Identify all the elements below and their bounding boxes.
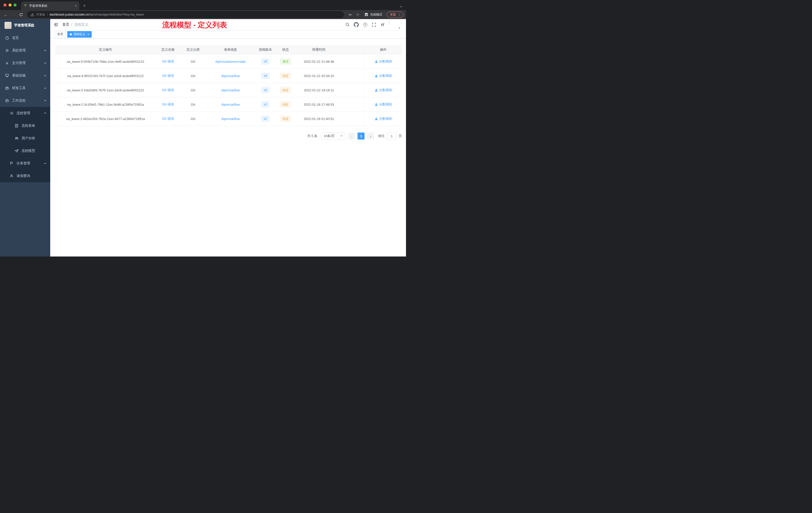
yen-icon: ¥ xyxy=(5,61,9,65)
reload-button[interactable] xyxy=(18,11,24,18)
gear-icon xyxy=(5,49,9,53)
page-number-1[interactable]: 1 xyxy=(357,132,365,140)
tab-search-icon[interactable] xyxy=(400,5,403,8)
user-avatar[interactable]: ▾ xyxy=(389,20,400,29)
browser-menu-icon[interactable]: ⋮ xyxy=(398,13,401,17)
fullscreen-icon[interactable] xyxy=(371,22,376,27)
toolbox-icon xyxy=(5,86,9,90)
sidebar-item-devtools[interactable]: 研发工具 xyxy=(0,82,50,94)
update-button[interactable]: 更新 ⋮ xyxy=(387,11,404,18)
sidebar-item-process-form[interactable]: 流程表单 xyxy=(0,119,50,132)
definition-name-link[interactable]: OA 请假 xyxy=(162,73,174,78)
forward-button[interactable]: → xyxy=(10,11,17,18)
sidebar-item-process-management[interactable]: 流程管理 xyxy=(0,107,50,119)
prev-page-button[interactable]: ‹ xyxy=(348,132,355,140)
dashboard-icon xyxy=(5,36,9,40)
definition-name-link[interactable]: OA 请假 xyxy=(162,59,174,64)
page-size-select[interactable]: 10条/页 xyxy=(321,132,346,140)
form-link[interactable]: /bpm/oa/flow xyxy=(221,88,240,92)
traffic-light-close[interactable] xyxy=(3,3,6,6)
sidebar-item-leave-query[interactable]: 请假查询 xyxy=(0,170,50,182)
traffic-light-minimize[interactable] xyxy=(8,3,11,6)
person-icon xyxy=(375,60,378,63)
new-tab-button[interactable]: + xyxy=(81,2,88,9)
cell-deploy-time: 2022-01-22 21:48:38 xyxy=(295,60,343,63)
definition-table: 定义编号 定义名称 定义分类 表单信息 流程版本 状态 部署时间 操作 oa_l… xyxy=(55,45,402,126)
chevron-down-icon xyxy=(44,61,47,64)
breadcrumb-current: 流程定义 xyxy=(74,22,88,27)
browser-tab[interactable]: 芋道管理系统 × xyxy=(21,1,79,10)
form-link[interactable]: /bpm/oa/flow xyxy=(221,103,240,107)
tags-view: 首页 流程定义 × xyxy=(50,30,406,39)
form-link[interactable]: /bpm/oa/leave/create xyxy=(215,60,245,63)
user-group-icon xyxy=(14,136,19,140)
avatar-image xyxy=(389,20,389,24)
browser-window: 芋道管理系统 × + ← → 不安全 dashboard.yudao.iocod… xyxy=(0,0,406,256)
font-size-icon[interactable]: tT xyxy=(380,22,385,27)
next-page-button[interactable]: › xyxy=(367,132,374,140)
password-key-icon[interactable] xyxy=(347,11,353,18)
pagination-goto: 前往 页 xyxy=(378,132,402,140)
chevron-down-icon xyxy=(44,162,47,165)
sidebar-item-home[interactable]: 首页 xyxy=(0,32,50,44)
goto-page-input[interactable] xyxy=(387,132,397,140)
assign-rule-link[interactable]: 分配规则 xyxy=(375,102,392,107)
search-icon[interactable] xyxy=(345,22,350,27)
table-header-row: 定义编号 定义名称 定义分类 表单信息 流程版本 状态 部署时间 操作 xyxy=(55,45,402,55)
col-process-version: 流程版本 xyxy=(255,48,276,52)
tag-close-icon[interactable]: × xyxy=(87,33,89,36)
assign-rule-link[interactable]: 分配规则 xyxy=(375,59,392,64)
sidebar: 芋道管理系统 首页 系统管理 ¥ 支付管理 基础设施 xyxy=(0,19,50,256)
form-link[interactable]: /bpm/oa/flow xyxy=(221,74,240,78)
address-bar[interactable]: 不安全 dashboard.yudao.iocoder.cn/bpm/manag… xyxy=(27,11,344,18)
assign-rule-link[interactable]: 分配规则 xyxy=(375,88,392,92)
chevron-down-icon xyxy=(44,74,47,77)
workflow-submenu: 流程管理 流程表单 用户分组 流程模型 任务管理 xyxy=(0,107,50,182)
col-definition-id: 定义编号 xyxy=(55,48,156,52)
monitor-icon xyxy=(5,73,9,78)
sidebar-item-payment[interactable]: ¥ 支付管理 xyxy=(0,57,50,69)
cell-deploy-time: 2022-01-16 17:46:53 xyxy=(295,103,343,107)
sidebar-item-user-group[interactable]: 用户分组 xyxy=(0,132,50,145)
sidebar-item-process-model[interactable]: 流程模型 xyxy=(0,145,50,157)
tag-home[interactable]: 首页 xyxy=(55,31,66,38)
traffic-light-zoom[interactable] xyxy=(13,3,17,6)
assign-rule-link[interactable]: 分配规则 xyxy=(375,73,392,78)
form-icon xyxy=(14,124,19,128)
chevron-down-icon xyxy=(44,49,47,52)
col-status: 状态 xyxy=(276,48,295,52)
cell-definition-id: oa_leave:2:3c1f0ef1-76b1-11ec-9c66-a2380… xyxy=(55,103,156,107)
tab-close-icon[interactable]: × xyxy=(75,4,77,7)
breadcrumb-home[interactable]: 首页 xyxy=(62,22,69,27)
update-label: 更新 xyxy=(390,12,396,17)
status-badge: 挂起 xyxy=(280,101,291,108)
cell-category: OA xyxy=(180,88,206,92)
security-warning-icon xyxy=(31,13,34,16)
status-badge: 挂起 xyxy=(280,116,291,122)
help-icon[interactable]: ? xyxy=(362,22,368,27)
goto-label: 前往 xyxy=(378,134,385,138)
omnibox-divider xyxy=(47,13,48,16)
person-icon xyxy=(375,103,378,106)
person-icon xyxy=(375,74,378,78)
definition-name-link[interactable]: OA 请假 xyxy=(162,102,174,107)
definition-name-link[interactable]: OA 请假 xyxy=(162,117,174,121)
definition-name-link[interactable]: OA 请假 xyxy=(162,88,174,92)
sidebar-item-task-management[interactable]: 任务管理 xyxy=(0,157,50,170)
tag-process-definition[interactable]: 流程定义 × xyxy=(67,31,92,38)
cell-category: OA xyxy=(180,60,206,63)
sidebar-logo[interactable]: 芋道管理系统 xyxy=(0,19,50,32)
chevron-up-icon xyxy=(44,112,47,115)
sidebar-item-infrastructure[interactable]: 基础设施 xyxy=(0,69,50,82)
cell-category: OA xyxy=(180,74,206,78)
back-button[interactable]: ← xyxy=(2,11,9,18)
tab-favicon-icon xyxy=(24,4,27,7)
bookmark-star-icon[interactable]: ☆ xyxy=(354,11,361,18)
cell-definition-id: oa_leave:1:482ec033-762a-11ec-8477-a2380… xyxy=(55,117,156,121)
assign-rule-link[interactable]: 分配规则 xyxy=(375,117,392,121)
form-link[interactable]: /bpm/oa/flow xyxy=(221,117,240,121)
github-icon[interactable] xyxy=(354,22,359,27)
sidebar-item-workflow[interactable]: 工作流程 xyxy=(0,94,50,107)
hamburger-icon[interactable] xyxy=(50,19,62,30)
sidebar-item-system[interactable]: 系统管理 xyxy=(0,44,50,57)
